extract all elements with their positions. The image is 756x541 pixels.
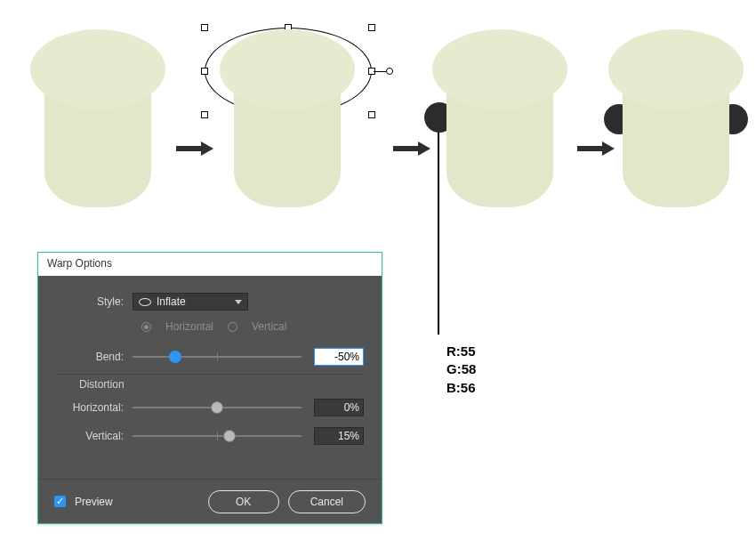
- h-dist-label: Horizontal:: [56, 401, 133, 414]
- rotate-widget-line: [374, 71, 386, 72]
- bbox-handle[interactable]: [201, 111, 208, 118]
- rgb-r: R:55: [446, 343, 476, 360]
- shape-cap: [220, 29, 355, 109]
- style-value: Inflate: [157, 295, 186, 308]
- shape-state-3: [433, 29, 567, 207]
- rgb-g: G:58: [446, 360, 476, 378]
- warp-options-dialog: Warp Options Style: Inflate Horizontal V…: [37, 252, 382, 524]
- slider-thumb[interactable]: [211, 401, 223, 414]
- callout-line: [438, 118, 439, 335]
- shape-cap: [608, 29, 744, 109]
- bbox-handle[interactable]: [368, 24, 375, 31]
- v-dist-slider[interactable]: [133, 427, 302, 445]
- arrow-icon: [176, 142, 213, 155]
- dialog-body: Style: Inflate Horizontal Vertical Bend:: [38, 276, 382, 479]
- arrow-icon: [393, 142, 430, 155]
- dialog-footer: ✓ Preview OK Cancel: [38, 479, 382, 523]
- separator: [56, 374, 364, 375]
- orientation-radios: Horizontal Vertical: [141, 317, 364, 336]
- cancel-button[interactable]: Cancel: [288, 490, 366, 513]
- bend-value-input[interactable]: -50%: [314, 348, 364, 366]
- h-dist-value-input[interactable]: 0%: [314, 399, 364, 416]
- rgb-readout: R:55 G:58 B:56: [446, 343, 476, 397]
- rotate-widget-icon[interactable]: [386, 68, 393, 75]
- slider-thumb[interactable]: [169, 351, 181, 363]
- v-dist-label: Vertical:: [56, 430, 133, 442]
- shape-state-4: [609, 29, 743, 207]
- dialog-title: Warp Options: [38, 253, 382, 276]
- vertical-radio-label: Vertical: [252, 320, 286, 333]
- shape-cap: [30, 29, 165, 109]
- horizontal-radio[interactable]: [141, 322, 151, 332]
- distortion-label: Distortion: [79, 378, 364, 391]
- style-select[interactable]: Inflate: [133, 293, 248, 311]
- v-dist-value-input[interactable]: 15%: [314, 427, 364, 445]
- vertical-radio[interactable]: [228, 322, 237, 332]
- bbox-handle[interactable]: [201, 68, 208, 75]
- inflate-icon: [139, 298, 151, 306]
- chevron-down-icon: [235, 300, 242, 304]
- bend-slider[interactable]: [133, 348, 302, 366]
- illustration-canvas: [31, 22, 738, 227]
- rgb-b: B:56: [446, 379, 476, 397]
- style-label: Style:: [56, 295, 133, 308]
- bend-label: Bend:: [56, 351, 133, 363]
- preview-checkbox[interactable]: ✓: [54, 496, 66, 507]
- shape-state-1: [31, 29, 165, 207]
- shape-state-2: [221, 29, 354, 207]
- horizontal-radio-label: Horizontal: [165, 320, 213, 333]
- preview-label: Preview: [75, 496, 113, 508]
- slider-thumb[interactable]: [223, 430, 236, 442]
- h-dist-slider[interactable]: [133, 399, 302, 416]
- bbox-handle[interactable]: [201, 24, 208, 31]
- ok-button[interactable]: OK: [208, 490, 279, 513]
- bbox-handle[interactable]: [368, 111, 375, 118]
- shape-cap: [432, 29, 567, 109]
